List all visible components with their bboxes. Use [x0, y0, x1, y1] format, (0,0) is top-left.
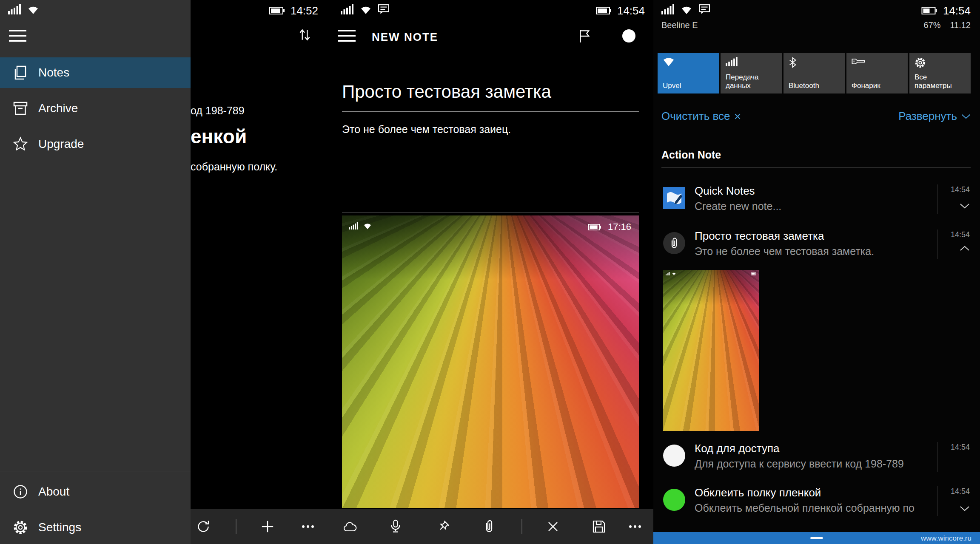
- appbar-divider: [521, 519, 522, 534]
- status-extra: 11.12: [950, 20, 971, 30]
- mic-icon[interactable]: [386, 517, 405, 536]
- image-clock: 17:16: [608, 221, 631, 232]
- quick-action-flashlight[interactable]: Фонарик: [846, 53, 908, 94]
- notification-title: Quick Notes: [695, 184, 755, 198]
- drawer-item-upgrade[interactable]: Upgrade: [0, 129, 191, 159]
- drawer-item-settings[interactable]: Settings: [0, 512, 191, 543]
- attached-screenshot-image[interactable]: 17:16: [342, 215, 639, 508]
- notification-divider: [937, 184, 937, 214]
- quick-action-wifi[interactable]: Upvel: [658, 53, 719, 94]
- notification-time: 14:54: [951, 185, 970, 194]
- hamburger-menu-icon[interactable]: [9, 30, 26, 42]
- signal-icon: [8, 4, 21, 14]
- chevron-down-icon[interactable]: [960, 505, 971, 512]
- drawer-item-label: Notes: [38, 66, 69, 79]
- statusbar-left: [661, 4, 710, 14]
- notification-image-thumbnail[interactable]: [663, 270, 759, 431]
- quick-action-label: Bluetooth: [789, 82, 819, 90]
- battery-icon: [269, 7, 285, 14]
- more-icon[interactable]: [299, 517, 317, 536]
- clear-all-link[interactable]: Очистить все: [661, 110, 741, 123]
- quick-action-label: Все параметры: [914, 73, 966, 90]
- quick-actions: Upvel Передача данных Bluetooth Фонарик: [658, 53, 971, 94]
- clock: 14:52: [291, 5, 318, 16]
- clear-all-x-icon: [734, 113, 741, 120]
- bottom-watermark-bar: www.wincore.ru: [653, 532, 980, 544]
- statusbar-right: 14:52: [269, 5, 318, 16]
- statusbar-right: 14:54: [596, 5, 645, 16]
- quick-action-label: Передача данных: [726, 73, 777, 90]
- appbar-divider: [236, 519, 236, 534]
- notification-time: 14:54: [951, 230, 970, 239]
- notification-test-note[interactable]: Просто тестовая заметка Это не более чем…: [653, 228, 980, 264]
- group-divider: [661, 167, 971, 168]
- clear-all-label: Очистить все: [661, 110, 730, 123]
- drag-handle[interactable]: [810, 537, 823, 539]
- editor-appbar: [327, 509, 653, 544]
- drawer-item-archive[interactable]: Archive: [0, 93, 191, 124]
- nav-drawer: Notes Archive Upgrade: [0, 0, 191, 544]
- wifi-icon: [663, 57, 675, 67]
- notification-group-title: Action Note: [661, 149, 721, 161]
- note-list-title-fragment[interactable]: енкой: [191, 125, 247, 148]
- battery-percent: 67%: [923, 20, 940, 30]
- panel-note-editor: 14:54 NEW NOTE Просто тестовая заметка Э…: [327, 0, 653, 544]
- notification-quick-notes[interactable]: Quick Notes Create new note... 14:54: [653, 183, 980, 218]
- wifi-icon: [28, 6, 39, 14]
- drawer-item-label: Archive: [38, 102, 78, 115]
- chevron-up-icon[interactable]: [960, 245, 971, 252]
- drawer-item-about[interactable]: About: [0, 476, 191, 507]
- statusbar-right: 14:54: [921, 5, 971, 16]
- carrier-label: Beeline E: [661, 20, 698, 30]
- notification-access-code[interactable]: Код для доступа Для доступа к сервису вв…: [653, 440, 980, 476]
- drawer-item-notes[interactable]: Notes: [0, 57, 191, 88]
- attach-icon[interactable]: [480, 517, 499, 536]
- notification-title: Код для доступа: [695, 442, 779, 455]
- wifi-icon: [681, 6, 692, 14]
- pin-icon[interactable]: [434, 517, 453, 536]
- watermark-text: www.wincore.ru: [921, 534, 971, 543]
- close-icon[interactable]: [544, 517, 562, 536]
- note-body-field[interactable]: Это не более чем тестовая заиец.: [342, 123, 640, 136]
- info-icon: [13, 484, 28, 499]
- star-icon: [13, 136, 28, 152]
- sync-icon[interactable]: [194, 517, 213, 536]
- notification-title: Обклеить полку пленкой: [695, 486, 821, 499]
- screenshot-composite: 14:52 од 198-789 енкой собранную полку.: [0, 0, 980, 544]
- sort-icon[interactable]: [297, 27, 312, 42]
- panel-notes-app: 14:52 од 198-789 енкой собранную полку.: [0, 0, 327, 544]
- thumbnail-battery-icon: [751, 272, 756, 275]
- statusbar-row2-right: 67% 11.12: [923, 20, 971, 30]
- notification-shelf-task[interactable]: Обклеить полку пленкой Обклеить мебельно…: [653, 484, 980, 520]
- quick-action-label: Upvel: [663, 82, 681, 90]
- quick-action-all-settings[interactable]: Все параметры: [909, 53, 971, 94]
- expand-label: Развернуть: [898, 110, 957, 123]
- quick-action-bluetooth[interactable]: Bluetooth: [783, 53, 845, 94]
- doodle-icon[interactable]: [341, 517, 359, 536]
- note-list-item-fragment[interactable]: собранную полку.: [191, 161, 277, 173]
- notes-icon: [13, 65, 28, 80]
- quick-action-label: Фонарик: [852, 82, 880, 90]
- flag-icon[interactable]: [577, 28, 593, 44]
- notification-subtitle: Для доступа к сервису ввести код 198-789: [695, 458, 904, 470]
- page-title: NEW NOTE: [372, 31, 438, 44]
- note-title-field[interactable]: Просто тестовая заметка: [342, 82, 640, 102]
- gear-icon: [13, 520, 28, 535]
- bluetooth-icon: [789, 57, 797, 68]
- clock: 14:54: [617, 5, 645, 16]
- drawer-item-label: Settings: [38, 521, 81, 534]
- expand-link[interactable]: Развернуть: [898, 110, 971, 123]
- quick-action-cellular-data[interactable]: Передача данных: [721, 53, 782, 94]
- note-list-item-fragment[interactable]: од 198-789: [191, 105, 245, 117]
- gear-icon: [914, 57, 926, 68]
- hamburger-menu-icon[interactable]: [338, 30, 356, 42]
- color-tag-circle[interactable]: [622, 29, 635, 42]
- signal-icon: [661, 4, 674, 14]
- flashlight-icon: [852, 57, 865, 66]
- add-icon[interactable]: [258, 517, 277, 536]
- image-statusbar-left: [349, 222, 372, 230]
- save-icon[interactable]: [590, 517, 608, 536]
- more-icon[interactable]: [626, 517, 644, 536]
- chevron-down-icon[interactable]: [960, 202, 971, 209]
- statusbar-left: [8, 4, 39, 14]
